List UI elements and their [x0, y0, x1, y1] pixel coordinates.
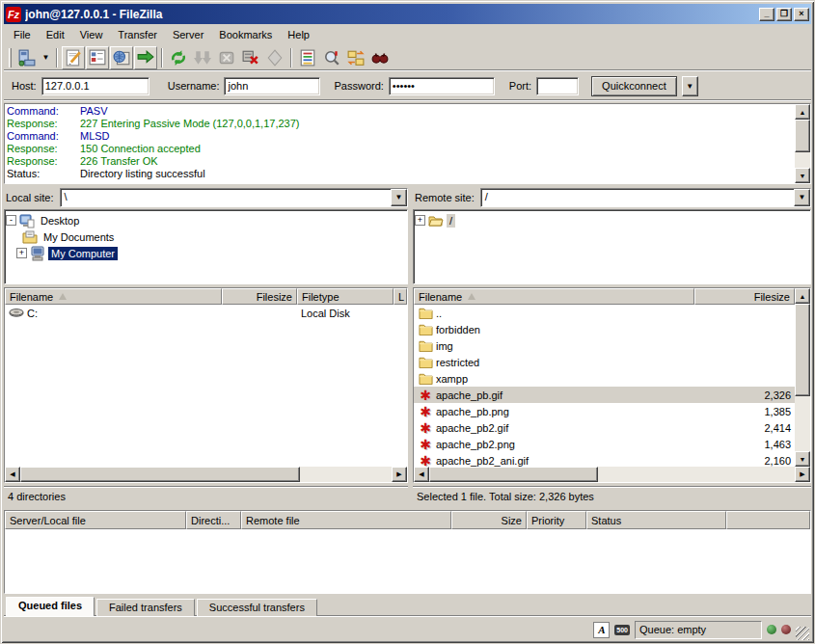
- toggle-log-icon[interactable]: [62, 46, 85, 69]
- search-icon[interactable]: [368, 46, 392, 69]
- quickconnect-dropdown-icon[interactable]: ▼: [682, 76, 698, 96]
- scroll-left-icon[interactable]: ◀: [414, 467, 429, 482]
- filter-icon[interactable]: [296, 46, 319, 69]
- remote-site-value[interactable]: /: [481, 189, 794, 206]
- transfer-type-icon[interactable]: A: [593, 622, 610, 638]
- tree-item-label[interactable]: Desktop: [38, 214, 82, 228]
- queue-header-size[interactable]: Size: [451, 511, 527, 529]
- remote-file-row[interactable]: ..: [414, 305, 795, 321]
- scroll-thumb[interactable]: [429, 467, 598, 482]
- queue-header-server-local-file[interactable]: Server/Local file: [5, 511, 186, 529]
- scroll-left-icon[interactable]: ◀: [5, 467, 20, 482]
- speed-limit-icon[interactable]: 500: [614, 625, 630, 635]
- collapse-icon[interactable]: -: [6, 215, 16, 226]
- remote-file-row-selected[interactable]: ✱apache_pb.gif 2,326: [414, 387, 795, 403]
- password-input[interactable]: [389, 77, 495, 95]
- cancel-icon[interactable]: [215, 46, 238, 69]
- scroll-up-icon[interactable]: ▲: [795, 288, 810, 304]
- scroll-track[interactable]: [598, 467, 795, 482]
- toggle-local-tree-icon[interactable]: [86, 46, 109, 69]
- local-file-row[interactable]: C: Local Disk: [5, 305, 407, 321]
- reconnect-icon[interactable]: [263, 46, 286, 69]
- expand-icon[interactable]: +: [415, 215, 425, 226]
- remote-site-combo[interactable]: / ▼: [480, 188, 811, 207]
- queue-header-remote-file[interactable]: Remote file: [241, 511, 451, 529]
- menu-edit[interactable]: Edit: [39, 27, 72, 42]
- menu-help[interactable]: Help: [280, 27, 317, 42]
- tree-item-root[interactable]: + /: [415, 212, 809, 228]
- scroll-thumb[interactable]: [20, 467, 300, 482]
- tab-successful-transfers[interactable]: Successful transfers: [197, 599, 317, 616]
- scroll-right-icon[interactable]: ▶: [392, 467, 407, 482]
- remote-horizontal-scrollbar[interactable]: ◀ ▶: [414, 467, 810, 482]
- menu-transfer[interactable]: Transfer: [110, 27, 165, 42]
- scroll-right-icon[interactable]: ▶: [795, 467, 810, 482]
- scroll-track[interactable]: [795, 152, 810, 168]
- queue-header-priority[interactable]: Priority: [527, 511, 586, 529]
- menu-file[interactable]: File: [6, 27, 39, 42]
- minimize-button[interactable]: _: [759, 8, 774, 21]
- local-site-value[interactable]: \: [61, 189, 391, 206]
- remote-file-row[interactable]: ✱apache_pb.png 1,385: [414, 403, 795, 419]
- local-header-filetype[interactable]: Filetype: [297, 288, 394, 305]
- resize-grip[interactable]: [796, 627, 809, 640]
- remote-file-row[interactable]: ✱apache_pb2.png 1,463: [414, 436, 795, 452]
- tree-item-desktop[interactable]: - Desktop: [6, 212, 406, 228]
- tab-failed-transfers[interactable]: Failed transfers: [96, 599, 195, 616]
- local-header-lastmodified[interactable]: L: [394, 288, 407, 305]
- tree-item-label[interactable]: My Computer: [48, 247, 118, 260]
- remote-file-row[interactable]: forbidden: [414, 321, 795, 337]
- queue-header-status[interactable]: Status: [586, 511, 726, 529]
- maximize-button[interactable]: ❐: [776, 8, 792, 21]
- scroll-thumb[interactable]: [795, 304, 810, 396]
- username-input[interactable]: [224, 77, 320, 95]
- tree-item-my-computer[interactable]: + My Computer: [6, 245, 406, 261]
- remote-header-filesize[interactable]: Filesize: [694, 288, 795, 305]
- toolbar-grip[interactable]: [9, 48, 12, 67]
- local-header-filename[interactable]: Filename: [5, 288, 222, 305]
- disconnect-icon[interactable]: [239, 46, 262, 69]
- scroll-up-icon[interactable]: ▲: [795, 104, 810, 120]
- tree-item-label[interactable]: My Documents: [41, 230, 117, 244]
- host-input[interactable]: [41, 77, 149, 95]
- process-queue-icon[interactable]: [191, 46, 214, 69]
- remote-header-filename[interactable]: Filename: [414, 288, 694, 305]
- remote-file-row[interactable]: xampp: [414, 370, 795, 387]
- tree-item-my-documents[interactable]: My Documents: [6, 228, 406, 245]
- toggle-queue-icon[interactable]: [134, 46, 157, 69]
- local-header-filesize[interactable]: Filesize: [222, 288, 297, 305]
- chevron-down-icon[interactable]: ▼: [794, 189, 810, 206]
- remote-file-row[interactable]: restricted: [414, 354, 795, 370]
- expand-icon[interactable]: +: [16, 248, 27, 258]
- remote-vertical-scrollbar[interactable]: ▲ ▼: [795, 288, 810, 467]
- local-site-combo[interactable]: \ ▼: [60, 188, 408, 207]
- remote-file-row[interactable]: img: [414, 337, 795, 354]
- site-manager-icon[interactable]: [15, 46, 39, 69]
- site-manager-dropdown-icon[interactable]: ▼: [40, 47, 52, 68]
- log-text: 227 Entering Passive Mode (127,0,0,1,17,…: [80, 118, 299, 130]
- menu-bookmarks[interactable]: Bookmarks: [211, 27, 280, 42]
- scroll-thumb[interactable]: [795, 120, 810, 152]
- toggle-remote-tree-icon[interactable]: [110, 46, 133, 69]
- compare-icon[interactable]: [320, 46, 343, 69]
- remote-file-row[interactable]: ✱apache_pb2.gif 2,414: [414, 419, 795, 436]
- sync-browsing-icon[interactable]: [344, 46, 367, 69]
- scroll-down-icon[interactable]: ▼: [795, 451, 810, 467]
- close-button[interactable]: ×: [794, 8, 809, 21]
- quickconnect-button[interactable]: Quickconnect: [591, 76, 677, 96]
- local-horizontal-scrollbar[interactable]: ◀ ▶: [5, 467, 407, 482]
- scroll-down-icon[interactable]: ▼: [795, 168, 810, 183]
- refresh-icon[interactable]: [167, 46, 190, 69]
- port-input[interactable]: [536, 77, 579, 95]
- log-scrollbar[interactable]: ▲ ▼: [795, 104, 810, 183]
- scroll-track[interactable]: [300, 467, 392, 482]
- menu-server[interactable]: Server: [165, 27, 211, 42]
- menu-view[interactable]: View: [72, 27, 111, 42]
- chevron-down-icon[interactable]: ▼: [391, 189, 407, 206]
- tree-item-label[interactable]: /: [447, 214, 455, 228]
- desktop-icon: [19, 214, 35, 228]
- scroll-track[interactable]: [795, 396, 810, 451]
- queue-header-direction[interactable]: Directi...: [186, 511, 241, 529]
- remote-file-row[interactable]: ✱apache_pb2_ani.gif 2,160: [414, 452, 795, 467]
- tab-queued-files[interactable]: Queued files: [6, 597, 95, 616]
